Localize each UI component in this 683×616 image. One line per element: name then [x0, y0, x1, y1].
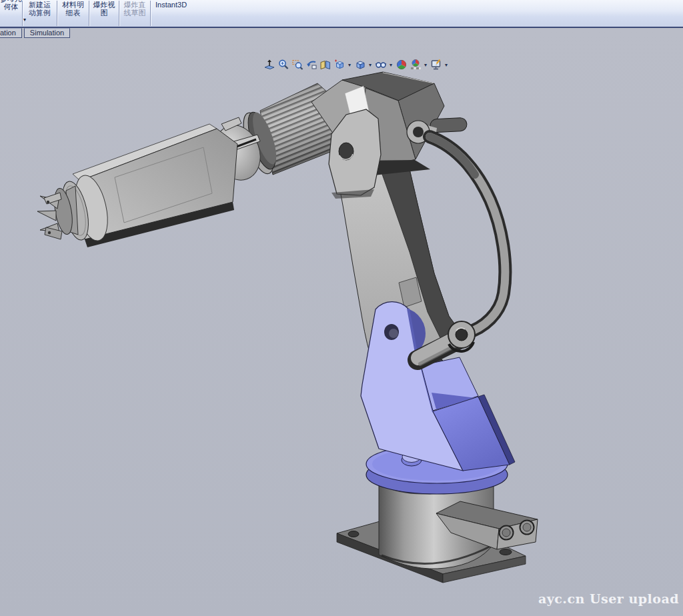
section-view-icon[interactable]: [319, 59, 331, 71]
robot-arm-model[interactable]: [0, 28, 683, 616]
tab-left-partial[interactable]: ation: [0, 28, 22, 38]
dropdown-caret-icon[interactable]: ▾: [368, 62, 373, 68]
button-label: 细表: [66, 9, 81, 17]
hide-show-items-icon[interactable]: [374, 59, 387, 71]
bill-of-materials-button[interactable]: 材料明 细表: [57, 0, 89, 27]
command-manager-tabs: ation Simulation: [0, 28, 70, 38]
solidworks-window: { "glyphs": { "caret": "▾" }, "command_m…: [0, 0, 683, 616]
gripper-finger: [37, 211, 56, 221]
exploded-view-button[interactable]: 爆炸视 图: [89, 0, 119, 27]
button-label: 图: [101, 9, 108, 17]
edit-appearance-icon[interactable]: [395, 59, 408, 71]
button-label: 材料明: [62, 1, 84, 9]
dropdown-caret-icon[interactable]: ▾: [388, 62, 394, 68]
new-motion-study-button[interactable]: 新建运 动算例: [23, 0, 57, 27]
headsup-view-toolbar: ▾ ▾ ▾ ▾: [263, 58, 449, 71]
button-label: 爆炸视: [93, 1, 115, 9]
button-label: 线草图: [124, 9, 146, 17]
graphics-viewport[interactable]: ▾ ▾ ▾ ▾: [0, 28, 683, 616]
gripper[interactable]: [37, 186, 78, 239]
button-label: Instant3D: [155, 1, 187, 9]
dropdown-caret-icon[interactable]: ▾: [423, 62, 428, 68]
reference-geometry-button[interactable]: 参考几 何体: [0, 0, 22, 27]
watermark: ayc.cn User upload: [538, 591, 679, 606]
zoom-in-out-icon[interactable]: [277, 59, 289, 71]
view-orientation-icon[interactable]: [333, 59, 346, 71]
command-manager-toolbar: 参考几 何体 新建运 动算例 材料明 细表 爆炸视 图 爆炸直 线草图 Inst…: [0, 0, 683, 28]
previous-view-icon[interactable]: [305, 59, 317, 71]
button-label: 爆炸直: [124, 1, 146, 9]
instant3d-button[interactable]: Instant3D: [151, 0, 202, 27]
tab-simulation[interactable]: Simulation: [24, 28, 70, 38]
zoom-to-area-icon[interactable]: [291, 59, 303, 71]
button-label: 何体: [4, 3, 19, 11]
forearm[interactable]: [57, 124, 237, 247]
button-label: 新建运: [29, 1, 51, 9]
dropdown-caret-icon[interactable]: ▾: [347, 62, 352, 68]
apply-scene-icon[interactable]: [409, 59, 422, 71]
explode-line-sketch-button[interactable]: 爆炸直 线草图: [119, 0, 150, 27]
dropdown-caret-icon[interactable]: ▾: [444, 62, 449, 68]
view-settings-icon[interactable]: [430, 59, 442, 71]
button-label: 动算例: [29, 9, 51, 17]
zoom-to-fit-icon[interactable]: [263, 59, 275, 71]
flyout-caret-icon[interactable]: ▾: [23, 17, 26, 23]
display-style-icon[interactable]: [354, 59, 366, 71]
